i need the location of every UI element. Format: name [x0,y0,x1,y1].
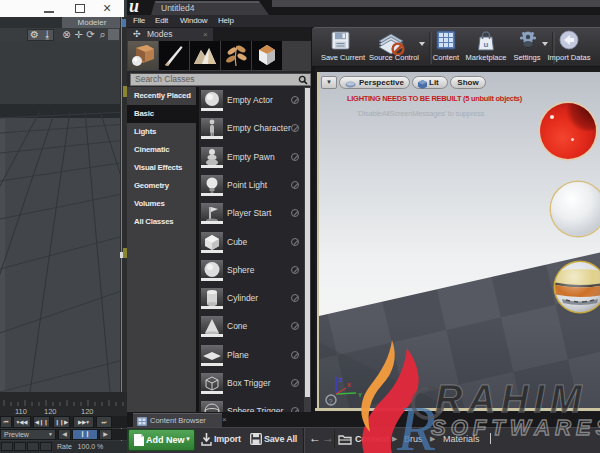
svg-text:Content: Content [433,53,460,62]
svg-text:RAHIM: RAHIM [435,378,587,420]
svg-text:Marketplace: Marketplace [466,53,507,62]
svg-text:R: R [396,393,436,453]
svg-text:Source Control: Source Control [369,53,419,62]
svg-text:120: 120 [81,407,94,416]
svg-text:u: u [484,40,489,49]
svg-text:110: 110 [15,407,27,416]
svg-text:Import Datas: Import Datas [548,53,591,62]
svg-text:SOFTWARES: SOFTWARES [431,415,600,440]
svg-text:120: 120 [44,407,57,416]
svg-text:Save Current: Save Current [321,53,366,62]
svg-text:Settings: Settings [513,53,540,62]
